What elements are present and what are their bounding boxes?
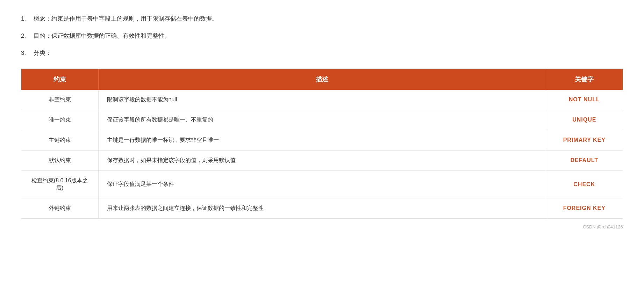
table-row: 外键约束 用来让两张表的数据之间建立连接，保证数据的一致性和完整性 FOREIG…	[21, 198, 623, 218]
constraint-name: 默认约束	[21, 150, 98, 170]
table-body: 非空约束 限制该字段的数据不能为null NOT NULL 唯一约束 保证该字段…	[21, 90, 623, 218]
constraint-description: 限制该字段的数据不能为null	[98, 90, 546, 110]
keyword-value: NOT NULL	[569, 96, 600, 102]
keyword-value: FOREIGN KEY	[563, 205, 606, 211]
keyword-value: CHECK	[573, 181, 595, 187]
constraints-table-wrapper: 约束 描述 关键字 非空约束 限制该字段的数据不能为null NOT NULL …	[21, 68, 623, 219]
intro-item-1: 1. 概念：约束是作用于表中字段上的规则，用于限制存储在表中的数据。	[21, 14, 623, 23]
intro-item-3: 3. 分类：	[21, 48, 623, 58]
table-row: 默认约束 保存数据时，如果未指定该字段的值，则采用默认值 DEFAULT	[21, 150, 623, 170]
constraint-name: 唯一约束	[21, 110, 98, 130]
intro-number-3: 3.	[21, 48, 34, 58]
keyword-value: UNIQUE	[572, 117, 596, 123]
intro-text-1: 概念：约束是作用于表中字段上的规则，用于限制存储在表中的数据。	[34, 14, 218, 23]
constraint-description: 保证该字段的所有数据都是唯一、不重复的	[98, 110, 546, 130]
constraint-keyword: CHECK	[546, 170, 623, 198]
constraint-keyword: FOREIGN KEY	[546, 198, 623, 218]
keyword-value: DEFAULT	[570, 157, 598, 163]
keyword-value: PRIMARY KEY	[563, 137, 606, 143]
header-keyword: 关键字	[546, 69, 623, 90]
constraint-keyword: UNIQUE	[546, 110, 623, 130]
constraint-keyword: NOT NULL	[546, 90, 623, 110]
table-row: 非空约束 限制该字段的数据不能为null NOT NULL	[21, 90, 623, 110]
table-row: 主键约束 主键是一行数据的唯一标识，要求非空且唯一 PRIMARY KEY	[21, 130, 623, 150]
table-row: 唯一约束 保证该字段的所有数据都是唯一、不重复的 UNIQUE	[21, 110, 623, 130]
constraint-description: 保证字段值满足某一个条件	[98, 170, 546, 198]
constraint-name: 外键约束	[21, 198, 98, 218]
constraint-keyword: PRIMARY KEY	[546, 130, 623, 150]
constraint-name: 非空约束	[21, 90, 98, 110]
intro-list: 1. 概念：约束是作用于表中字段上的规则，用于限制存储在表中的数据。 2. 目的…	[21, 14, 623, 58]
intro-number-1: 1.	[21, 14, 34, 23]
header-constraint: 约束	[21, 69, 98, 90]
constraint-description: 用来让两张表的数据之间建立连接，保证数据的一致性和完整性	[98, 198, 546, 218]
constraints-table: 约束 描述 关键字 非空约束 限制该字段的数据不能为null NOT NULL …	[21, 69, 623, 218]
footer-credit: CSDN @rch041126	[21, 224, 623, 229]
intro-text-3: 分类：	[34, 48, 51, 58]
constraint-name: 主键约束	[21, 130, 98, 150]
header-row: 约束 描述 关键字	[21, 69, 623, 90]
intro-item-2: 2. 目的：保证数据库中数据的正确、有效性和完整性。	[21, 31, 623, 41]
intro-number-2: 2.	[21, 31, 34, 41]
constraint-description: 主键是一行数据的唯一标识，要求非空且唯一	[98, 130, 546, 150]
intro-text-2: 目的：保证数据库中数据的正确、有效性和完整性。	[34, 31, 170, 41]
table-row: 检查约束(8.0.16版本之后) 保证字段值满足某一个条件 CHECK	[21, 170, 623, 198]
constraint-description: 保存数据时，如果未指定该字段的值，则采用默认值	[98, 150, 546, 170]
table-header: 约束 描述 关键字	[21, 69, 623, 90]
constraint-name: 检查约束(8.0.16版本之后)	[21, 170, 98, 198]
header-description: 描述	[98, 69, 546, 90]
constraint-keyword: DEFAULT	[546, 150, 623, 170]
